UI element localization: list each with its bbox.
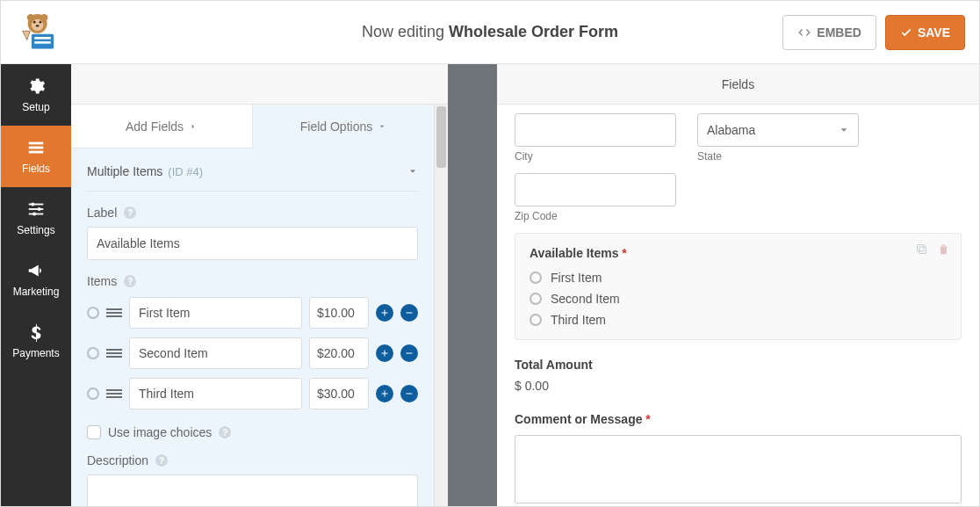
state-select[interactable]: Alabama xyxy=(697,113,859,147)
svg-rect-20 xyxy=(918,245,925,252)
radio-option[interactable]: Second Item xyxy=(530,292,947,306)
svg-rect-11 xyxy=(29,147,44,149)
sidenav-label: Fields xyxy=(22,163,50,175)
remove-item-button[interactable] xyxy=(400,344,418,362)
sidenav-label: Settings xyxy=(17,224,54,236)
svg-rect-14 xyxy=(29,208,44,210)
sidenav-item-setup[interactable]: Setup xyxy=(1,64,71,126)
dollar-icon xyxy=(26,322,46,342)
item-row xyxy=(87,378,418,409)
svg-rect-10 xyxy=(29,142,44,145)
add-item-button[interactable] xyxy=(376,344,393,362)
items-heading: Items ? xyxy=(87,274,418,288)
description-heading: Description ? xyxy=(87,453,418,467)
scrollbar-thumb[interactable] xyxy=(436,106,446,168)
drag-handle-icon[interactable] xyxy=(106,308,122,317)
zip-label: Zip Code xyxy=(515,210,676,222)
gear-icon xyxy=(26,76,46,96)
minus-icon xyxy=(404,388,414,399)
help-icon[interactable]: ? xyxy=(219,426,231,438)
app-logo xyxy=(15,10,66,55)
item-price-input[interactable] xyxy=(309,337,369,369)
remove-item-button[interactable] xyxy=(400,304,418,322)
radio-icon xyxy=(530,314,542,326)
svg-point-1 xyxy=(27,13,34,20)
plus-icon xyxy=(379,348,390,359)
comment-textarea[interactable] xyxy=(515,435,962,503)
subheader-left xyxy=(71,64,448,105)
field-group-toggle[interactable]: Multiple Items (ID #4) xyxy=(87,148,418,192)
panel-scrollbar[interactable] xyxy=(434,105,448,506)
sidenav-label: Setup xyxy=(22,101,49,113)
city-label: City xyxy=(515,150,676,163)
label-heading: Label ? xyxy=(87,206,418,220)
sidenav: Setup Fields Settings Marketing Payments xyxy=(1,64,71,506)
item-default-radio[interactable] xyxy=(87,347,99,359)
item-name-input[interactable] xyxy=(129,297,302,329)
city-input[interactable] xyxy=(515,113,676,147)
duplicate-icon[interactable] xyxy=(915,243,928,256)
field-options-panel: Add Fields Field Options Multiple Items … xyxy=(71,105,434,506)
sidenav-label: Payments xyxy=(12,347,59,359)
image-choices-checkbox[interactable]: Use image choices ? xyxy=(87,425,418,439)
item-price-input[interactable] xyxy=(309,297,369,329)
code-icon xyxy=(797,26,811,39)
sidenav-label: Marketing xyxy=(13,286,60,298)
trash-icon[interactable] xyxy=(937,243,950,256)
item-row xyxy=(87,297,418,329)
svg-point-18 xyxy=(32,212,36,215)
item-name-input[interactable] xyxy=(129,378,302,409)
available-items-field[interactable]: Available Items * First Item Second Item… xyxy=(515,233,962,340)
minus-icon xyxy=(404,348,414,359)
item-row xyxy=(87,337,418,369)
sliders-icon xyxy=(26,199,46,219)
bullhorn-icon xyxy=(26,261,46,280)
add-item-button[interactable] xyxy=(376,304,393,322)
embed-button[interactable]: EMBED xyxy=(782,15,876,50)
drag-handle-icon[interactable] xyxy=(106,389,122,398)
help-icon[interactable]: ? xyxy=(124,206,136,219)
svg-rect-8 xyxy=(34,37,51,40)
radio-icon xyxy=(530,293,542,305)
sidenav-item-fields[interactable]: Fields xyxy=(1,126,71,187)
svg-point-17 xyxy=(38,207,41,211)
total-amount-title: Total Amount xyxy=(515,358,962,372)
available-items-title: Available Items * xyxy=(530,246,947,260)
layout-divider xyxy=(448,64,497,506)
item-default-radio[interactable] xyxy=(87,387,99,400)
sidenav-item-marketing[interactable]: Marketing xyxy=(1,249,71,310)
label-input[interactable] xyxy=(87,227,418,260)
svg-point-2 xyxy=(40,13,47,20)
chevron-down-icon xyxy=(378,122,386,131)
drag-handle-icon[interactable] xyxy=(106,349,122,358)
remove-item-button[interactable] xyxy=(400,385,418,402)
help-icon[interactable]: ? xyxy=(155,454,168,467)
chevron-right-icon xyxy=(189,122,198,131)
list-icon xyxy=(26,138,46,157)
help-icon[interactable]: ? xyxy=(124,275,136,287)
sidenav-item-payments[interactable]: Payments xyxy=(1,310,71,372)
item-name-input[interactable] xyxy=(129,337,302,369)
svg-point-4 xyxy=(33,20,36,23)
svg-rect-13 xyxy=(29,204,44,206)
tab-field-options[interactable]: Field Options xyxy=(253,105,434,148)
total-amount-value: $ 0.00 xyxy=(515,379,962,393)
state-label: State xyxy=(697,150,859,163)
radio-option[interactable]: Third Item xyxy=(530,313,947,327)
svg-point-16 xyxy=(31,202,34,206)
checkbox-icon xyxy=(87,425,101,439)
radio-option[interactable]: First Item xyxy=(530,271,947,285)
topbar: Now editing Wholesale Order Form EMBED S… xyxy=(1,1,979,64)
save-button[interactable]: SAVE xyxy=(885,15,965,50)
item-price-input[interactable] xyxy=(309,378,369,409)
sidenav-item-settings[interactable]: Settings xyxy=(1,187,71,249)
plus-icon xyxy=(379,388,390,399)
svg-rect-19 xyxy=(919,247,926,254)
zip-input[interactable] xyxy=(515,173,676,206)
add-item-button[interactable] xyxy=(376,385,393,402)
description-input[interactable] xyxy=(87,474,418,506)
tab-add-fields[interactable]: Add Fields xyxy=(71,105,253,148)
plus-icon xyxy=(379,308,390,318)
svg-point-5 xyxy=(40,20,42,23)
item-default-radio[interactable] xyxy=(87,307,99,319)
